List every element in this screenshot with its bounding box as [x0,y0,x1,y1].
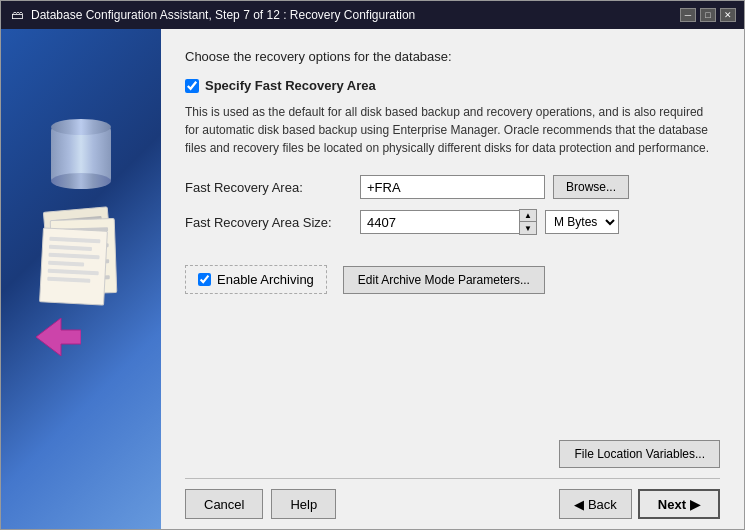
archiving-section: Enable Archiving Edit Archive Mode Param… [185,265,720,294]
next-arrow-icon: ▶ [690,497,700,512]
spin-buttons: ▲ ▼ [519,209,537,235]
minimize-button[interactable]: ─ [680,8,696,22]
file-location-button[interactable]: File Location Variables... [559,440,720,468]
spin-down-button[interactable]: ▼ [520,222,536,234]
file-location-row: File Location Variables... [185,440,720,468]
next-label: Next [658,497,686,512]
description-text: This is used as the default for all disk… [185,103,720,157]
arrow-decoration [36,318,81,359]
back-button[interactable]: ◀ Back [559,489,632,519]
enable-archiving-group: Enable Archiving [185,265,327,294]
maximize-button[interactable]: □ [700,8,716,22]
fra-size-label: Fast Recovery Area Size: [185,215,360,230]
main-window: 🗃 Database Configuration Assistant, Step… [0,0,745,530]
content-area: Choose the recovery options for the data… [1,29,744,529]
window-title: Database Configuration Assistant, Step 7… [31,8,680,22]
window-controls: ─ □ ✕ [680,8,736,22]
fra-size-input[interactable] [360,210,520,234]
fra-row: Fast Recovery Area: Browse... [185,175,720,199]
instruction-text: Choose the recovery options for the data… [185,49,720,64]
paper-3 [39,227,108,305]
sidebar-illustration [21,119,141,439]
cancel-button[interactable]: Cancel [185,489,263,519]
spin-up-button[interactable]: ▲ [520,210,536,222]
specify-fra-label: Specify Fast Recovery Area [205,78,376,93]
svg-marker-0 [36,318,81,356]
sidebar [1,29,161,529]
specify-fra-checkbox[interactable] [185,79,199,93]
left-nav-buttons: Cancel Help [185,489,336,519]
divider [185,478,720,479]
help-button[interactable]: Help [271,489,336,519]
bottom-section: File Location Variables... Cancel Help ◀… [185,430,720,519]
enable-archiving-checkbox[interactable] [198,273,211,286]
nav-row: Cancel Help ◀ Back Next ▶ [185,489,720,519]
papers-illustration [41,209,121,369]
title-bar: 🗃 Database Configuration Assistant, Step… [1,1,744,29]
main-content: Choose the recovery options for the data… [161,29,744,529]
fra-label: Fast Recovery Area: [185,180,360,195]
back-label: Back [588,497,617,512]
back-arrow-icon: ◀ [574,497,584,512]
next-button[interactable]: Next ▶ [638,489,720,519]
size-input-group: ▲ ▼ K Bytes M Bytes G Bytes [360,209,619,235]
edit-archive-button[interactable]: Edit Archive Mode Parameters... [343,266,545,294]
fra-size-row: Fast Recovery Area Size: ▲ ▼ K Bytes M B… [185,209,720,235]
fra-input[interactable] [360,175,545,199]
close-button[interactable]: ✕ [720,8,736,22]
specify-fra-row: Specify Fast Recovery Area [185,78,720,93]
app-icon: 🗃 [9,7,25,23]
database-icon [51,119,111,189]
unit-select[interactable]: K Bytes M Bytes G Bytes [545,210,619,234]
enable-archiving-label: Enable Archiving [217,272,314,287]
browse-button[interactable]: Browse... [553,175,629,199]
right-nav-buttons: ◀ Back Next ▶ [559,489,720,519]
